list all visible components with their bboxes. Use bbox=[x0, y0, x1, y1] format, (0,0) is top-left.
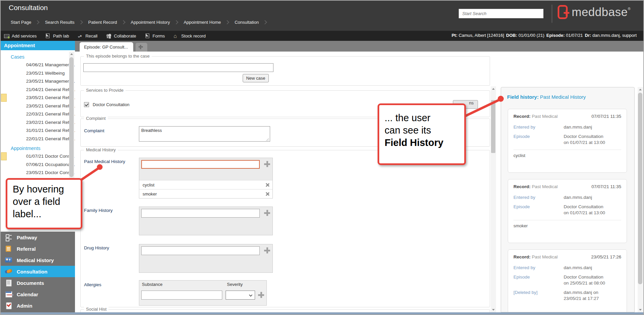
family-history-input[interactable] bbox=[141, 209, 260, 218]
medical-history-legend: Medical History bbox=[84, 147, 118, 152]
sidebar-scrollbar[interactable] bbox=[69, 52, 74, 178]
collaborate-button[interactable]: Collaborate bbox=[106, 33, 136, 38]
add-plus-icon[interactable] bbox=[264, 161, 270, 167]
field-history-record-card: Record: Past Medical23/05/21 17:26 Enter… bbox=[508, 249, 627, 312]
scroll-down-button[interactable] bbox=[638, 307, 643, 312]
sidebar-item-referral[interactable]: Referral bbox=[1, 243, 75, 254]
list-item: smoker bbox=[139, 189, 272, 198]
past-medical-history-input[interactable] bbox=[141, 160, 260, 169]
patient-info-bar: Pt: Camus, Albert [124016]DOB: 01/01/00 … bbox=[452, 33, 639, 38]
breadcrumb-item-start-page[interactable]: Start Page bbox=[6, 18, 34, 26]
main-scrollbar[interactable] bbox=[491, 86, 496, 312]
recall-button[interactable]: ↪Recall bbox=[78, 33, 97, 38]
tab-episode-gp-consult[interactable]: Episode: GP Consult... bbox=[80, 42, 133, 52]
scroll-down-button[interactable] bbox=[491, 307, 496, 312]
entered-by-label: Entered by bbox=[513, 124, 564, 130]
social-history-fieldset: Social Hist bbox=[80, 309, 490, 312]
record-value: smoker bbox=[513, 220, 621, 228]
drug-history-label[interactable]: Drug History bbox=[84, 245, 109, 250]
deleted-by-label: [Deleted by] bbox=[513, 290, 564, 302]
app-window: Consultation meddbase® Start Page Search… bbox=[0, 0, 644, 315]
severity-select[interactable] bbox=[226, 291, 255, 300]
case-item[interactable]: 23/05/21 Wellbeing bbox=[1, 69, 75, 78]
window-bottom-edge bbox=[1, 312, 643, 315]
annotation-callout-right: ... the user can see its Field History bbox=[378, 103, 466, 165]
allergies-label[interactable]: Allergies bbox=[84, 282, 101, 287]
chevron-right-icon bbox=[79, 20, 83, 24]
appointment-flag-marker bbox=[1, 152, 7, 160]
path-lab-button[interactable]: Path lab bbox=[45, 33, 69, 38]
medical-history-fieldset: Medical History Past Medical History cyc… bbox=[80, 150, 490, 307]
add-plus-icon[interactable] bbox=[264, 210, 270, 216]
breadcrumb-item-search-results[interactable]: Search Results bbox=[40, 18, 78, 26]
allergies-control: Substance Severity bbox=[139, 280, 267, 306]
breadcrumb-item-consultation[interactable]: Consultation bbox=[230, 18, 262, 26]
case-item[interactable]: 21/04/21 General Refer... bbox=[1, 86, 75, 94]
add-services-icon bbox=[4, 34, 9, 38]
consultation-icon bbox=[5, 268, 12, 275]
case-item[interactable]: 22/03/21 General Refer... bbox=[1, 110, 75, 119]
social-history-legend: Social Hist bbox=[84, 307, 108, 312]
complaint-textarea[interactable]: Breathless bbox=[139, 126, 270, 142]
breadcrumb-item-appointment-history[interactable]: Appointment History bbox=[126, 18, 173, 26]
meddbase-logo-icon bbox=[558, 5, 568, 19]
search-input[interactable] bbox=[459, 9, 544, 18]
scroll-up-button[interactable] bbox=[638, 87, 643, 92]
chevron-right-icon bbox=[121, 20, 126, 24]
sidebar-item-pathway[interactable]: Pathway bbox=[1, 232, 75, 243]
people-icon bbox=[106, 33, 111, 38]
sidebar-item-calendar[interactable]: Calendar bbox=[1, 289, 75, 300]
add-services-button[interactable]: Add services bbox=[4, 33, 36, 38]
case-item[interactable]: 23/05/21 General Refer... bbox=[1, 94, 75, 102]
case-item[interactable]: 31/01/21 General Refer... bbox=[1, 127, 75, 135]
severity-header: Severity bbox=[227, 282, 243, 287]
drug-history-input[interactable] bbox=[141, 246, 260, 255]
entered-by-label: Entered by bbox=[513, 194, 564, 201]
scroll-up-button[interactable] bbox=[491, 86, 496, 91]
sidebar-item-consultation[interactable]: Consultation bbox=[1, 266, 75, 277]
field-history-scrollbar[interactable] bbox=[638, 87, 643, 312]
field-history-record-card: Record: Past Medical07/07/21 11:35 Enter… bbox=[508, 179, 627, 243]
add-plus-icon[interactable] bbox=[258, 292, 264, 298]
scrollbar-thumb[interactable] bbox=[491, 100, 495, 153]
remove-x-icon[interactable] bbox=[265, 192, 269, 196]
past-medical-history-label[interactable]: Past Medical History bbox=[84, 159, 125, 164]
add-plus-icon[interactable] bbox=[264, 247, 270, 253]
case-input[interactable] bbox=[83, 63, 273, 72]
case-item[interactable]: 23/05/21 General Refer... bbox=[1, 102, 75, 110]
appointment-item[interactable]: 07/06/21 Occupational ... bbox=[1, 161, 75, 169]
chevron-right-icon bbox=[263, 20, 267, 24]
substance-input[interactable] bbox=[141, 291, 222, 300]
home-icon: ⌂ bbox=[174, 33, 179, 38]
breadcrumb-item-appointment-home[interactable]: Appointment Home bbox=[179, 18, 224, 26]
case-item[interactable]: 23/02/21 General Refer... bbox=[1, 119, 75, 127]
sidebar-item-medical-history[interactable]: Medical History bbox=[1, 254, 75, 266]
scrollbar-thumb[interactable] bbox=[638, 93, 642, 284]
forms-button[interactable]: Forms bbox=[145, 33, 165, 38]
case-item[interactable]: 23/05/21 Management ... bbox=[1, 77, 75, 86]
case-item[interactable]: 22/01/21 General Refer... bbox=[1, 135, 75, 143]
list-item: cyclist bbox=[139, 180, 272, 189]
remove-x-icon[interactable] bbox=[265, 183, 269, 187]
breadcrumb-item-patient-record[interactable]: Patient Record bbox=[84, 18, 120, 26]
past-medical-history-control: cyclist smoker bbox=[139, 158, 273, 199]
field-history-panel: Field history: Past Medical History Reco… bbox=[501, 87, 635, 312]
doctor-consultation-checkbox[interactable] bbox=[84, 102, 89, 107]
header-bar: Consultation meddbase® Start Page Search… bbox=[1, 1, 643, 31]
family-history-control bbox=[139, 207, 273, 235]
case-item[interactable]: 04/06/21 Management ... bbox=[1, 61, 75, 69]
record-datetime: 07/07/21 11:35 bbox=[591, 184, 621, 189]
stock-record-button[interactable]: ⌂Stock record bbox=[174, 33, 206, 38]
new-case-button[interactable]: New case bbox=[243, 74, 269, 82]
appointment-item[interactable]: 01/07/21 Doctor Consul... bbox=[1, 152, 75, 161]
meddbase-logo: meddbase® bbox=[558, 5, 631, 19]
sidebar-item-documents[interactable]: Documents bbox=[1, 277, 75, 289]
sidebar-item-admin[interactable]: Admin bbox=[1, 300, 75, 311]
admin-icon bbox=[5, 302, 12, 309]
appointment-item[interactable]: 23/05/21 Doctor Consul... bbox=[1, 169, 75, 177]
scrollbar-thumb[interactable] bbox=[69, 57, 74, 177]
add-tab-button[interactable] bbox=[136, 43, 147, 52]
family-history-label[interactable]: Family History bbox=[84, 208, 113, 213]
scroll-up-button[interactable] bbox=[69, 52, 74, 57]
complaint-field-label[interactable]: Complaint bbox=[84, 128, 104, 133]
